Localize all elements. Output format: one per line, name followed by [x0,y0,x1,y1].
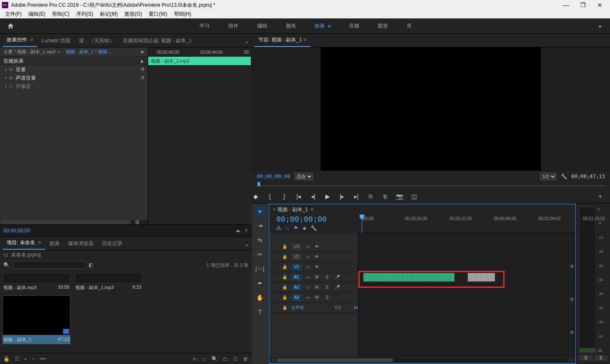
track-master[interactable] [358,303,575,313]
workspace-audio[interactable]: 音频 [340,19,369,34]
eye-icon[interactable]: 👁 [314,265,320,269]
mute-button[interactable]: M [314,285,320,290]
reset-icon[interactable]: ↺ [140,75,144,81]
workspace-effects[interactable]: 效果 ≡ [305,19,340,34]
tab-effect-controls[interactable]: 效果控件 ≡ [3,34,37,47]
resolution-select[interactable]: 1/2 [541,173,557,180]
delete-icon[interactable]: 🗑 [243,356,248,362]
find-icon[interactable]: 🔍 [211,356,218,362]
program-canvas[interactable] [252,47,610,171]
maximize-button[interactable]: ❐ [574,0,591,10]
step-back-button[interactable]: ◂| [309,193,317,200]
lock-icon[interactable]: 🔒 [282,275,287,279]
button-editor[interactable]: ＋ [596,193,604,200]
meter-solo-right[interactable]: S [594,355,608,361]
menu-sequence[interactable]: 序列(S) [73,10,97,19]
workspace-library[interactable]: 库 [397,19,421,34]
filter-icon[interactable]: ◧ [89,262,93,268]
add-marker-button[interactable]: ◆ [252,193,259,200]
new-item-icon[interactable]: 🗋 [233,356,238,362]
step-forward-button[interactable]: |▸ [338,193,346,200]
track-area[interactable] [358,233,575,357]
program-ruler[interactable] [257,182,605,190]
timeline-v-scrollbar[interactable] [570,263,574,349]
timeline-timecode[interactable]: 00;00;00;00 [276,215,358,223]
mute-button[interactable]: M [314,295,320,300]
sequence-tab[interactable]: 视频 - 副本_1 [277,206,308,213]
track-header-v1[interactable]: 🔒V1▭👁 [269,262,358,272]
track-a3[interactable] [358,292,575,303]
play-button[interactable]: ▶ [324,193,331,200]
slip-tool[interactable]: |↔| [255,264,265,274]
menu-file[interactable]: 文件(F) [2,10,25,19]
lock-icon[interactable]: 🔒 [282,254,287,259]
track-v2[interactable] [358,252,575,262]
track-header-a2[interactable]: 🔒A2▭MS🎤 [269,282,358,292]
tab-effects[interactable]: 效果 [45,237,64,250]
export-frame-button[interactable]: 📷 [396,193,403,200]
list-view-icon[interactable]: ☷ [15,356,19,362]
meter-solo-left[interactable]: S [579,355,593,361]
workspace-graphics[interactable]: 图形 [369,19,397,34]
ec-row-channel-volume[interactable]: ›fx声道音量 ↺ [0,74,148,82]
solo-button[interactable]: S [324,295,330,300]
menu-clip[interactable]: 剪辑(C) [49,10,73,19]
tab-program[interactable]: 节目: 视频 - 副本_1 ≡ [254,34,311,47]
ec-time-ruler[interactable]: 00;00;40;0000;00;44;0000; [148,47,252,57]
panel-overflow[interactable]: » [242,240,252,250]
minimize-button[interactable]: ― [557,0,574,10]
ec-section-toggle[interactable]: ▲ [139,58,144,64]
project-breadcrumb[interactable]: 🗀 未命名.prproj [0,250,252,259]
menu-edit[interactable]: 编辑(E) [25,10,49,19]
lock-icon[interactable]: 🔒 [282,265,287,269]
ec-master-header[interactable]: 主要 * 视频 - 副本_1.mp3 ∨ 视频 - 副本_1 * 视频-… ▶ [0,47,148,57]
type-tool[interactable]: T [255,307,265,317]
track-header-v3[interactable]: 🔒V3▭👁 [269,242,358,252]
pen-tool[interactable]: ✒ [255,278,265,288]
solo-button[interactable]: S [324,275,330,279]
tab-history[interactable]: 历史记录 [98,237,127,250]
program-timecode-left[interactable]: 00;00;00;00 [257,174,290,179]
ec-prev-keyframe-icon[interactable]: ◂▸ [236,228,241,234]
go-to-in-button[interactable]: |◂ [295,193,302,200]
add-marker-icon[interactable]: ⚑ [294,225,298,231]
tab-lumetri-scopes[interactable]: Lumetri 范围 [37,35,74,47]
selection-tool[interactable]: ➤ [255,206,265,216]
extract-button[interactable]: ⎗ [381,193,389,200]
tab-media-browser[interactable]: 媒体浏览器 [64,237,98,250]
eye-icon[interactable]: 👁 [314,244,320,249]
playhead-icon[interactable] [257,182,261,188]
linked-selection-icon[interactable]: ∩ [286,225,289,231]
close-sequence-icon[interactable]: × [273,207,276,212]
go-to-out-button[interactable]: ▸| [352,193,360,200]
ec-h-scrollbar[interactable] [0,220,148,224]
project-clip[interactable]: 视频 - 副本_1.mp39;23 [75,273,142,292]
ec-export-icon[interactable]: ⇪ [244,228,248,234]
workspace-edit[interactable]: 编辑 [248,19,277,34]
track-header-a3[interactable]: 🔒A3▭MS [269,292,358,303]
menu-help[interactable]: 帮助(H) [171,10,195,19]
close-button[interactable]: ✕ [591,0,608,10]
mic-icon[interactable]: 🎤 [334,285,340,290]
menu-marker[interactable]: 标记(M) [97,10,121,19]
zoom-slider[interactable]: ━━ [40,356,46,362]
lift-button[interactable]: ⎘ [367,193,374,200]
solo-button[interactable]: S [324,285,330,290]
workspace-assembly[interactable]: 组件 [219,19,248,34]
mic-icon[interactable]: 🎤 [334,275,340,279]
comparison-button[interactable]: ◫ [410,193,418,200]
track-header-a1[interactable]: 🔒A1▭MS🎤 [269,272,358,282]
lock-icon[interactable]: 🔒 [282,244,287,249]
wrench-icon[interactable]: 🔧 [311,225,317,231]
ec-timecode[interactable]: 00;00;00;00 [3,228,236,234]
mark-out-button[interactable]: } [280,193,288,200]
project-search-input[interactable] [13,261,85,269]
tab-source[interactable]: 源：（无剪辑） [75,35,119,47]
project-sequence[interactable]: 视频 - 副本_147;13 [3,295,70,344]
mute-button[interactable]: M [314,275,320,279]
lock-icon[interactable]: 🔓 [3,356,10,362]
ec-row-panner[interactable]: ›fx声像器 [0,82,148,91]
tab-audio-clip-mixer[interactable]: 音频剪辑混合器: 视频 - 副本_1 [119,35,196,47]
sort-icon[interactable]: ≡↕ [193,356,198,362]
snap-icon[interactable]: ⁂ [276,225,281,231]
